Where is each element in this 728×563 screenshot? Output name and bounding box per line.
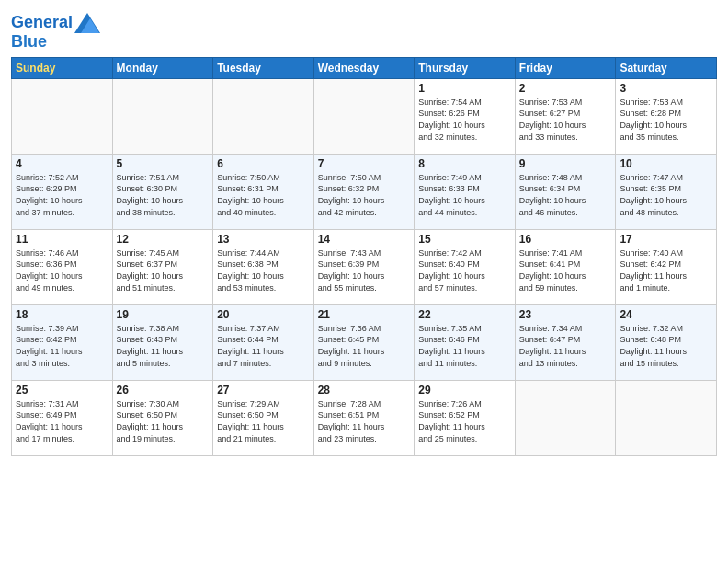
day-number: 3 <box>620 82 712 95</box>
day-info: Sunrise: 7:28 AM Sunset: 6:51 PM Dayligh… <box>318 398 411 444</box>
calendar-cell: 24Sunrise: 7:32 AM Sunset: 6:48 PM Dayli… <box>616 304 717 380</box>
calendar-cell: 4Sunrise: 7:52 AM Sunset: 6:29 PM Daylig… <box>12 154 113 229</box>
calendar-week-1: 1Sunrise: 7:54 AM Sunset: 6:26 PM Daylig… <box>12 78 717 154</box>
header-monday: Monday <box>112 57 213 78</box>
day-number: 28 <box>318 384 411 396</box>
day-info: Sunrise: 7:50 AM Sunset: 6:32 PM Dayligh… <box>318 172 411 218</box>
calendar-week-4: 18Sunrise: 7:39 AM Sunset: 6:42 PM Dayli… <box>12 304 717 380</box>
header-tuesday: Tuesday <box>213 57 314 78</box>
calendar-cell <box>515 380 616 455</box>
calendar-week-3: 11Sunrise: 7:46 AM Sunset: 6:36 PM Dayli… <box>12 229 717 304</box>
day-number: 18 <box>16 308 108 321</box>
day-number: 29 <box>418 384 511 396</box>
calendar-cell: 3Sunrise: 7:53 AM Sunset: 6:28 PM Daylig… <box>616 78 717 154</box>
calendar-cell: 26Sunrise: 7:30 AM Sunset: 6:50 PM Dayli… <box>112 380 213 455</box>
logo-icon <box>74 13 100 33</box>
day-number: 8 <box>418 157 511 170</box>
day-number: 16 <box>519 233 612 246</box>
day-info: Sunrise: 7:30 AM Sunset: 6:50 PM Dayligh… <box>117 398 210 444</box>
day-info: Sunrise: 7:46 AM Sunset: 6:36 PM Dayligh… <box>16 247 108 293</box>
day-info: Sunrise: 7:54 AM Sunset: 6:26 PM Dayligh… <box>418 97 511 143</box>
calendar-cell: 11Sunrise: 7:46 AM Sunset: 6:36 PM Dayli… <box>12 229 113 304</box>
day-info: Sunrise: 7:44 AM Sunset: 6:38 PM Dayligh… <box>217 247 310 293</box>
calendar-cell: 14Sunrise: 7:43 AM Sunset: 6:39 PM Dayli… <box>313 229 415 304</box>
day-info: Sunrise: 7:35 AM Sunset: 6:46 PM Dayligh… <box>418 323 511 369</box>
day-number: 5 <box>117 157 210 170</box>
calendar-cell: 9Sunrise: 7:48 AM Sunset: 6:34 PM Daylig… <box>515 154 616 229</box>
calendar-cell: 5Sunrise: 7:51 AM Sunset: 6:30 PM Daylig… <box>112 154 213 229</box>
day-number: 26 <box>117 384 210 396</box>
day-number: 14 <box>318 233 411 246</box>
day-info: Sunrise: 7:40 AM Sunset: 6:42 PM Dayligh… <box>620 247 712 293</box>
logo-text: General <box>11 14 73 32</box>
calendar-table: SundayMondayTuesdayWednesdayThursdayFrid… <box>11 57 717 456</box>
day-number: 25 <box>16 384 108 396</box>
calendar-week-5: 25Sunrise: 7:31 AM Sunset: 6:49 PM Dayli… <box>12 380 717 455</box>
calendar-cell: 19Sunrise: 7:38 AM Sunset: 6:43 PM Dayli… <box>112 304 213 380</box>
calendar-cell: 25Sunrise: 7:31 AM Sunset: 6:49 PM Dayli… <box>12 380 113 455</box>
calendar-cell: 13Sunrise: 7:44 AM Sunset: 6:38 PM Dayli… <box>213 229 314 304</box>
calendar-cell <box>616 380 717 455</box>
calendar-cell: 23Sunrise: 7:34 AM Sunset: 6:47 PM Dayli… <box>515 304 616 380</box>
logo-blue-text: Blue <box>11 33 100 52</box>
calendar-cell: 1Sunrise: 7:54 AM Sunset: 6:26 PM Daylig… <box>415 78 516 154</box>
day-number: 7 <box>318 157 411 170</box>
day-info: Sunrise: 7:26 AM Sunset: 6:52 PM Dayligh… <box>418 398 511 444</box>
day-info: Sunrise: 7:52 AM Sunset: 6:29 PM Dayligh… <box>16 172 108 218</box>
day-number: 9 <box>519 157 612 170</box>
day-info: Sunrise: 7:38 AM Sunset: 6:43 PM Dayligh… <box>117 323 210 369</box>
day-info: Sunrise: 7:34 AM Sunset: 6:47 PM Dayligh… <box>519 323 612 369</box>
day-number: 2 <box>519 82 612 95</box>
calendar-cell: 20Sunrise: 7:37 AM Sunset: 6:44 PM Dayli… <box>213 304 314 380</box>
calendar-cell: 12Sunrise: 7:45 AM Sunset: 6:37 PM Dayli… <box>112 229 213 304</box>
header-sunday: Sunday <box>12 57 113 78</box>
calendar-cell: 8Sunrise: 7:49 AM Sunset: 6:33 PM Daylig… <box>415 154 516 229</box>
calendar-cell: 27Sunrise: 7:29 AM Sunset: 6:50 PM Dayli… <box>213 380 314 455</box>
day-number: 21 <box>318 308 411 321</box>
header-friday: Friday <box>515 57 616 78</box>
day-number: 27 <box>217 384 310 396</box>
day-number: 22 <box>418 308 511 321</box>
header-thursday: Thursday <box>415 57 516 78</box>
day-info: Sunrise: 7:42 AM Sunset: 6:40 PM Dayligh… <box>418 247 511 293</box>
calendar-cell <box>213 78 314 154</box>
day-info: Sunrise: 7:47 AM Sunset: 6:35 PM Dayligh… <box>620 172 712 218</box>
calendar-week-2: 4Sunrise: 7:52 AM Sunset: 6:29 PM Daylig… <box>12 154 717 229</box>
day-info: Sunrise: 7:31 AM Sunset: 6:49 PM Dayligh… <box>16 398 108 444</box>
calendar-cell <box>313 78 415 154</box>
calendar-cell <box>12 78 113 154</box>
calendar-cell: 15Sunrise: 7:42 AM Sunset: 6:40 PM Dayli… <box>415 229 516 304</box>
day-number: 4 <box>16 157 108 170</box>
header-wednesday: Wednesday <box>313 57 415 78</box>
day-info: Sunrise: 7:32 AM Sunset: 6:48 PM Dayligh… <box>620 323 712 369</box>
calendar-cell: 6Sunrise: 7:50 AM Sunset: 6:31 PM Daylig… <box>213 154 314 229</box>
day-number: 19 <box>117 308 210 321</box>
day-number: 12 <box>117 233 210 246</box>
calendar-cell: 29Sunrise: 7:26 AM Sunset: 6:52 PM Dayli… <box>415 380 516 455</box>
calendar-cell: 10Sunrise: 7:47 AM Sunset: 6:35 PM Dayli… <box>616 154 717 229</box>
day-number: 1 <box>418 82 511 95</box>
calendar-cell: 22Sunrise: 7:35 AM Sunset: 6:46 PM Dayli… <box>415 304 516 380</box>
day-info: Sunrise: 7:43 AM Sunset: 6:39 PM Dayligh… <box>318 247 411 293</box>
calendar-cell: 7Sunrise: 7:50 AM Sunset: 6:32 PM Daylig… <box>313 154 415 229</box>
page-header: General Blue <box>11 9 717 52</box>
calendar-cell: 28Sunrise: 7:28 AM Sunset: 6:51 PM Dayli… <box>313 380 415 455</box>
day-number: 10 <box>620 157 712 170</box>
day-info: Sunrise: 7:53 AM Sunset: 6:28 PM Dayligh… <box>620 97 712 143</box>
calendar-cell: 2Sunrise: 7:53 AM Sunset: 6:27 PM Daylig… <box>515 78 616 154</box>
day-info: Sunrise: 7:48 AM Sunset: 6:34 PM Dayligh… <box>519 172 612 218</box>
day-number: 24 <box>620 308 712 321</box>
calendar-cell: 21Sunrise: 7:36 AM Sunset: 6:45 PM Dayli… <box>313 304 415 380</box>
day-info: Sunrise: 7:49 AM Sunset: 6:33 PM Dayligh… <box>418 172 511 218</box>
day-number: 23 <box>519 308 612 321</box>
day-info: Sunrise: 7:41 AM Sunset: 6:41 PM Dayligh… <box>519 247 612 293</box>
day-number: 6 <box>217 157 310 170</box>
day-info: Sunrise: 7:51 AM Sunset: 6:30 PM Dayligh… <box>117 172 210 218</box>
day-info: Sunrise: 7:39 AM Sunset: 6:42 PM Dayligh… <box>16 323 108 369</box>
calendar-cell: 18Sunrise: 7:39 AM Sunset: 6:42 PM Dayli… <box>12 304 113 380</box>
day-number: 20 <box>217 308 310 321</box>
day-info: Sunrise: 7:37 AM Sunset: 6:44 PM Dayligh… <box>217 323 310 369</box>
day-number: 15 <box>418 233 511 246</box>
day-info: Sunrise: 7:36 AM Sunset: 6:45 PM Dayligh… <box>318 323 411 369</box>
day-info: Sunrise: 7:53 AM Sunset: 6:27 PM Dayligh… <box>519 97 612 143</box>
